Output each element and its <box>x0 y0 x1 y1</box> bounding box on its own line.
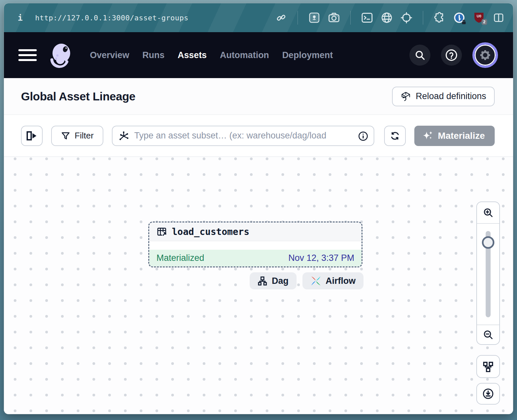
menu-hamburger-button[interactable] <box>18 49 37 61</box>
asset-status-row: Materialized Nov 12, 3:37 PM <box>149 250 362 266</box>
info-icon[interactable] <box>358 131 368 143</box>
svg-text:U0: U0 <box>477 14 481 18</box>
ublock-count-badge: 2 <box>482 19 487 25</box>
filter-funnel-icon <box>61 131 70 140</box>
materialize-label: Materialize <box>438 131 485 141</box>
page-style-icon[interactable] <box>308 12 320 24</box>
help-button[interactable] <box>441 45 462 66</box>
zoom-slider <box>477 224 499 325</box>
status-badge: Materialized <box>156 253 204 263</box>
zoom-in-icon <box>483 207 493 218</box>
terminal-icon[interactable] <box>361 12 373 24</box>
zoom-out-button[interactable] <box>477 325 499 344</box>
page-title: Global Asset Lineage <box>21 90 135 103</box>
asset-subset-search <box>112 126 374 146</box>
status-timestamp[interactable]: Nov 12, 3:37 PM <box>288 253 354 263</box>
filter-button[interactable]: Filter <box>51 126 104 146</box>
asset-subset-input[interactable] <box>112 126 374 146</box>
graph-query-icon <box>118 131 129 143</box>
picker-target-icon[interactable] <box>401 12 412 24</box>
nav-item-deployment[interactable]: Deployment <box>282 50 333 60</box>
zoom-out-icon <box>483 329 493 340</box>
dag-hierarchy-icon <box>258 276 267 286</box>
materialize-button[interactable]: Materialize <box>414 126 495 146</box>
gear-icon <box>479 49 491 61</box>
tag-airflow[interactable]: Airflow <box>302 272 364 289</box>
site-info-icon[interactable]: i <box>18 13 23 23</box>
panel-expand-icon <box>26 130 38 141</box>
tag-airflow-label: Airflow <box>326 276 356 286</box>
rearrange-icon <box>483 361 494 372</box>
collapse-panel-button[interactable] <box>21 126 43 146</box>
asset-node-header: load_customers <box>149 222 362 241</box>
reload-definitions-button[interactable]: Reload definitions <box>392 87 495 106</box>
globe-icon[interactable] <box>381 12 393 24</box>
zoom-in-button[interactable] <box>477 202 499 224</box>
help-icon <box>445 49 458 62</box>
divider <box>350 11 351 25</box>
search-button[interactable] <box>409 45 430 66</box>
password-manager-icon[interactable] <box>453 12 465 24</box>
reload-definitions-label: Reload definitions <box>416 91 486 101</box>
zoom-slider-thumb[interactable] <box>482 236 494 249</box>
browser-toolbar-icons: U0 2 <box>275 11 505 25</box>
page-header: Global Asset Lineage Reload definitions <box>4 78 513 115</box>
nav-items: Overview Runs Assets Automation Deployme… <box>90 50 333 60</box>
address-bar[interactable]: http://127.0.0.1:3000/asset-groups <box>35 14 272 22</box>
asset-node-body <box>149 241 362 250</box>
nav-item-overview[interactable]: Overview <box>90 50 129 60</box>
divider <box>423 11 423 25</box>
nav-item-automation[interactable]: Automation <box>220 50 269 60</box>
lock-badge-icon <box>461 19 466 25</box>
external-table-icon <box>156 226 167 237</box>
browser-window: i http://127.0.0.1:3000/asset-groups <box>4 3 513 414</box>
app-navbar: Overview Runs Assets Automation Deployme… <box>4 32 513 78</box>
filter-label: Filter <box>75 131 94 141</box>
ublock-shield-icon[interactable]: U0 2 <box>473 12 485 24</box>
refresh-icon <box>390 131 400 141</box>
divider <box>298 11 298 25</box>
rearrange-layout-button[interactable] <box>476 355 500 378</box>
dagster-logo[interactable] <box>47 41 75 69</box>
lineage-canvas[interactable]: load_customers Materialized Nov 12, 3:37… <box>4 157 513 414</box>
airflow-logo-icon <box>310 275 321 286</box>
nav-item-runs[interactable]: Runs <box>142 50 165 60</box>
screenshot-icon[interactable] <box>328 12 340 24</box>
browser-chrome: i http://127.0.0.1:3000/asset-groups <box>4 3 513 32</box>
split-view-icon[interactable] <box>493 12 505 24</box>
download-image-button[interactable] <box>476 383 500 405</box>
lineage-toolbar: Filter <box>4 115 513 157</box>
copy-link-icon[interactable] <box>275 12 287 24</box>
sparkles-icon <box>422 130 433 141</box>
asset-node-load-customers[interactable]: load_customers Materialized Nov 12, 3:37… <box>148 221 362 267</box>
refresh-button[interactable] <box>384 126 406 146</box>
zoom-panel <box>476 201 500 345</box>
download-icon <box>482 388 494 400</box>
asset-tags: Dag Airflow <box>250 272 363 289</box>
extensions-puzzle-icon[interactable] <box>434 12 445 24</box>
nav-right-icons <box>409 42 499 68</box>
settings-button[interactable] <box>475 45 496 66</box>
nav-item-assets[interactable]: Assets <box>178 50 207 60</box>
asset-name: load_customers <box>172 226 249 237</box>
tag-dag-label: Dag <box>272 276 288 286</box>
tag-dag[interactable]: Dag <box>250 272 296 289</box>
search-icon <box>414 50 425 61</box>
reload-cube-icon <box>401 91 411 102</box>
